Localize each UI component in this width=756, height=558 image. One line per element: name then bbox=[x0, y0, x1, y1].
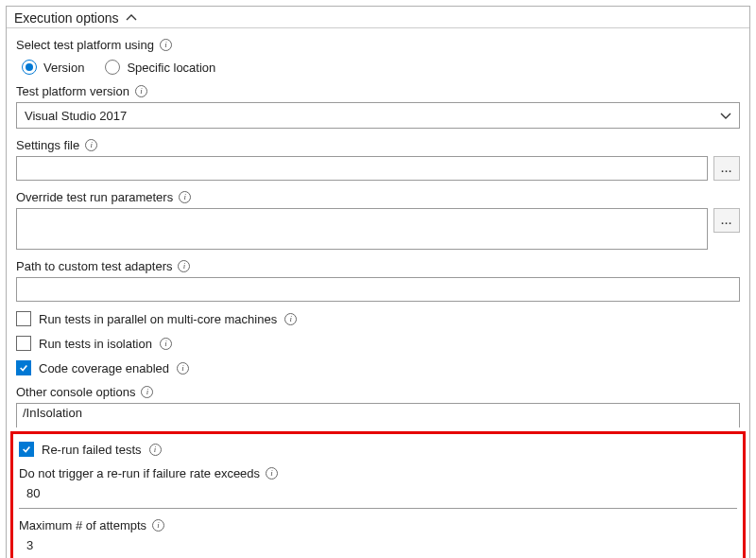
section-title: Execution options bbox=[14, 10, 119, 26]
radio-specific-location[interactable]: Specific location bbox=[105, 60, 215, 75]
failure-rate-label: Do not trigger a re-run if failure rate … bbox=[19, 466, 260, 480]
rerun-label: Re-run failed tests bbox=[42, 443, 142, 457]
parallel-label: Run tests in parallel on multi-core mach… bbox=[39, 312, 277, 326]
radio-icon bbox=[22, 60, 37, 75]
platform-version-select[interactable]: Visual Studio 2017 bbox=[16, 102, 740, 129]
radio-version-label: Version bbox=[43, 61, 84, 75]
info-icon[interactable]: i bbox=[178, 260, 190, 272]
platform-selector-label-row: Select test platform using i bbox=[16, 38, 740, 52]
info-icon[interactable]: i bbox=[152, 519, 164, 532]
isolation-checkbox-row: Run tests in isolation i bbox=[16, 336, 740, 351]
console-options-input[interactable]: /InIsolation bbox=[16, 403, 740, 427]
info-icon[interactable]: i bbox=[284, 313, 297, 325]
max-attempts-label-row: Maximum # of attempts i bbox=[19, 518, 737, 532]
console-options-label: Other console options bbox=[16, 385, 135, 399]
radio-version[interactable]: Version bbox=[22, 60, 84, 75]
info-icon[interactable]: i bbox=[266, 467, 278, 480]
override-params-label-row: Override test run parameters i bbox=[16, 190, 740, 204]
info-icon[interactable]: i bbox=[160, 39, 172, 51]
coverage-label: Code coverage enabled bbox=[39, 361, 169, 375]
override-params-more-button[interactable]: ... bbox=[713, 208, 740, 233]
parallel-checkbox-row: Run tests in parallel on multi-core mach… bbox=[16, 311, 740, 326]
parallel-checkbox[interactable] bbox=[16, 311, 31, 326]
info-icon[interactable]: i bbox=[135, 85, 147, 97]
info-icon[interactable]: i bbox=[85, 139, 97, 151]
platform-selector-label: Select test platform using bbox=[16, 38, 154, 52]
platform-radio-group: Version Specific location bbox=[22, 60, 740, 75]
custom-adapters-input[interactable] bbox=[16, 277, 740, 302]
custom-adapters-label: Path to custom test adapters bbox=[16, 259, 172, 273]
info-icon[interactable]: i bbox=[160, 338, 172, 350]
rerun-checkbox-row: Re-run failed tests i bbox=[19, 442, 737, 457]
coverage-checkbox-row: Code coverage enabled i bbox=[16, 360, 740, 375]
rerun-checkbox[interactable] bbox=[19, 442, 34, 457]
platform-version-label-row: Test platform version i bbox=[16, 84, 740, 98]
info-icon[interactable]: i bbox=[141, 386, 153, 398]
console-options-label-row: Other console options i bbox=[16, 385, 740, 399]
settings-file-input[interactable] bbox=[16, 156, 708, 181]
info-icon[interactable]: i bbox=[177, 362, 189, 375]
settings-file-more-button[interactable]: ... bbox=[713, 156, 740, 181]
override-params-input[interactable] bbox=[16, 208, 708, 250]
coverage-checkbox[interactable] bbox=[16, 360, 31, 375]
info-icon[interactable]: i bbox=[149, 444, 162, 456]
max-attempts-label: Maximum # of attempts bbox=[19, 518, 146, 532]
radio-icon bbox=[105, 60, 120, 75]
rerun-highlight-box: Re-run failed tests i Do not trigger a r… bbox=[10, 431, 746, 558]
section-header[interactable]: Execution options bbox=[7, 7, 749, 28]
isolation-checkbox[interactable] bbox=[16, 336, 31, 351]
custom-adapters-label-row: Path to custom test adapters i bbox=[16, 259, 740, 273]
isolation-label: Run tests in isolation bbox=[39, 337, 152, 351]
failure-rate-label-row: Do not trigger a re-run if failure rate … bbox=[19, 466, 737, 480]
info-icon[interactable]: i bbox=[179, 191, 191, 203]
chevron-down-icon bbox=[720, 110, 731, 121]
platform-version-value: Visual Studio 2017 bbox=[25, 109, 127, 123]
platform-version-label: Test platform version bbox=[16, 84, 129, 98]
max-attempts-input[interactable]: 3 bbox=[19, 536, 737, 558]
settings-file-label-row: Settings file i bbox=[16, 138, 740, 152]
settings-file-label: Settings file bbox=[16, 138, 79, 152]
failure-rate-input[interactable]: 80 bbox=[19, 484, 737, 509]
execution-options-panel: Execution options Select test platform u… bbox=[6, 6, 750, 558]
chevron-up-icon bbox=[125, 11, 138, 25]
override-params-label: Override test run parameters bbox=[16, 190, 173, 204]
radio-specific-label: Specific location bbox=[127, 61, 215, 75]
